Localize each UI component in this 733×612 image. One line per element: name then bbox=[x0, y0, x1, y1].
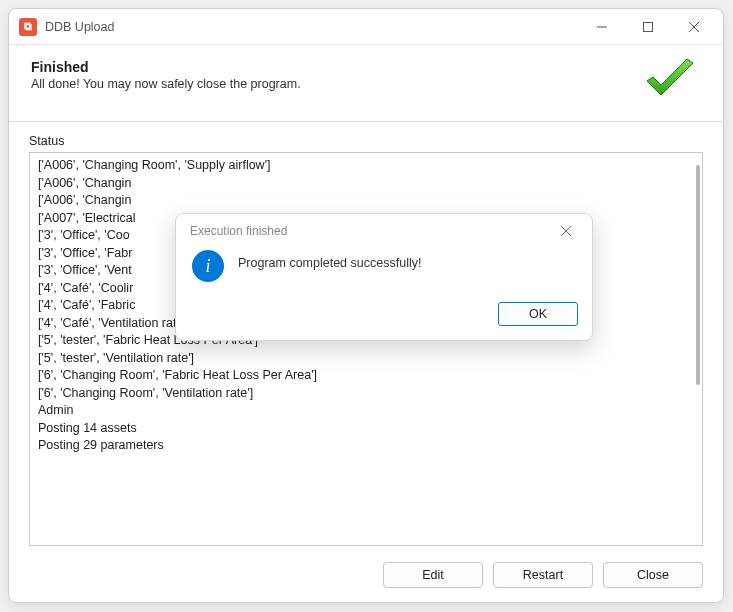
scrollbar[interactable] bbox=[694, 155, 700, 543]
scrollbar-thumb[interactable] bbox=[696, 165, 700, 385]
message-dialog: Execution finished i Program completed s… bbox=[175, 213, 593, 341]
info-icon: i bbox=[192, 250, 224, 282]
svg-rect-1 bbox=[644, 22, 653, 31]
log-line: ['A006', 'Changin bbox=[38, 192, 694, 210]
dialog-title: Execution finished bbox=[190, 224, 546, 238]
maximize-button[interactable] bbox=[625, 12, 671, 42]
dialog-titlebar: Execution finished bbox=[176, 214, 592, 248]
header-text: Finished All done! You may now safely cl… bbox=[31, 59, 643, 91]
log-line: ['5', 'tester', 'Ventilation rate'] bbox=[38, 350, 694, 368]
main-window: ⧉ DDB Upload Finished All done! You may … bbox=[8, 8, 724, 603]
status-label: Status bbox=[29, 134, 703, 148]
ok-button[interactable]: OK bbox=[498, 302, 578, 326]
log-line: Admin bbox=[38, 402, 694, 420]
status-log[interactable]: ['A006', 'Changing Room', 'Supply airflo… bbox=[29, 152, 703, 546]
log-line: ['A006', 'Changing Room', 'Supply airflo… bbox=[38, 157, 694, 175]
log-line: ['6', 'Changing Room', 'Fabric Heat Loss… bbox=[38, 367, 694, 385]
close-button[interactable]: Close bbox=[603, 562, 703, 588]
log-line: ['6', 'Changing Room', 'Ventilation rate… bbox=[38, 385, 694, 403]
minimize-button[interactable] bbox=[579, 12, 625, 42]
restart-button[interactable]: Restart bbox=[493, 562, 593, 588]
app-icon: ⧉ bbox=[19, 18, 37, 36]
titlebar: ⧉ DDB Upload bbox=[9, 9, 723, 45]
window-title: DDB Upload bbox=[45, 20, 579, 34]
dialog-footer: OK bbox=[176, 296, 592, 340]
header-title: Finished bbox=[31, 59, 643, 75]
dialog-message: Program completed successfully! bbox=[238, 250, 421, 270]
header-subtitle: All done! You may now safely close the p… bbox=[31, 77, 643, 91]
edit-button[interactable]: Edit bbox=[383, 562, 483, 588]
footer: Edit Restart Close bbox=[9, 552, 723, 602]
header: Finished All done! You may now safely cl… bbox=[9, 45, 723, 122]
dialog-close-button[interactable] bbox=[546, 217, 586, 245]
log-line: Posting 14 assets bbox=[38, 420, 694, 438]
log-line: ['A006', 'Changin bbox=[38, 175, 694, 193]
dialog-body: i Program completed successfully! bbox=[176, 248, 592, 296]
log-line: Posting 29 parameters bbox=[38, 437, 694, 455]
close-window-button[interactable] bbox=[671, 12, 717, 42]
checkmark-icon bbox=[643, 59, 697, 105]
